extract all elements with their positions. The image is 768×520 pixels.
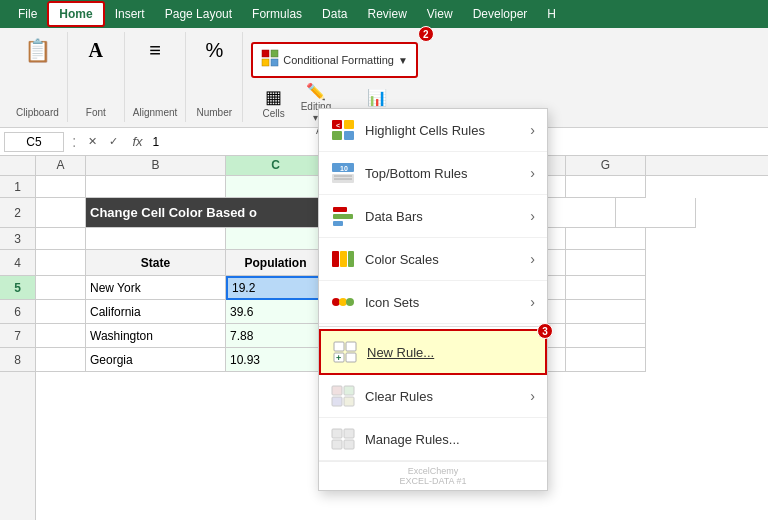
- conditional-formatting-button[interactable]: Conditional Formatting ▼: [251, 42, 418, 78]
- svg-point-20: [332, 298, 340, 306]
- svg-rect-33: [344, 429, 354, 438]
- cell-c5[interactable]: 19.2: [226, 276, 326, 300]
- cell-b8[interactable]: Georgia: [86, 348, 226, 372]
- iconsets-label: Icon Sets: [365, 295, 520, 310]
- svg-rect-14: [333, 207, 347, 212]
- cell-a2[interactable]: [36, 198, 86, 228]
- ribbon-group-font: A Font: [68, 32, 125, 122]
- clipboard-icon: 📋: [24, 40, 51, 62]
- menu-formulas[interactable]: Formulas: [242, 3, 312, 25]
- cell-g3[interactable]: [566, 228, 646, 250]
- col-header-c[interactable]: C: [226, 156, 326, 175]
- col-header-g[interactable]: G: [566, 156, 646, 175]
- cell-f2[interactable]: [536, 198, 616, 228]
- svg-rect-23: [334, 342, 344, 351]
- cell-a8[interactable]: [36, 348, 86, 372]
- ribbon-group-number: % Number: [186, 32, 243, 122]
- cell-a3[interactable]: [36, 228, 86, 250]
- clipboard-button[interactable]: 📋: [17, 36, 57, 66]
- col-header-b[interactable]: B: [86, 156, 226, 175]
- colorscales-icon: [331, 247, 355, 271]
- cell-g4[interactable]: [566, 250, 646, 276]
- svg-text:+: +: [336, 353, 341, 363]
- menu-insert[interactable]: Insert: [105, 3, 155, 25]
- cell-a6[interactable]: [36, 300, 86, 324]
- cell-b1[interactable]: [86, 176, 226, 198]
- cell-c3[interactable]: [226, 228, 326, 250]
- cell-reference-box[interactable]: [4, 132, 64, 152]
- cell-b6[interactable]: California: [86, 300, 226, 324]
- cell-a1[interactable]: [36, 176, 86, 198]
- newrule-badge: 3: [537, 323, 553, 339]
- dropdown-item-clearrules[interactable]: Clear Rules ›: [319, 375, 547, 418]
- cell-c8[interactable]: 10.93: [226, 348, 326, 372]
- row-num-5: 5: [0, 276, 35, 300]
- highlight-cells-arrow: ›: [530, 122, 535, 138]
- cell-b7[interactable]: Washington: [86, 324, 226, 348]
- cell-g8[interactable]: [566, 348, 646, 372]
- cell-b4[interactable]: State: [86, 250, 226, 276]
- cell-g5[interactable]: [566, 276, 646, 300]
- editing-icon: ✏️: [306, 82, 326, 101]
- number-icon: %: [205, 40, 223, 60]
- menu-review[interactable]: Review: [357, 3, 416, 25]
- menu-developer[interactable]: Developer: [463, 3, 538, 25]
- menu-page-layout[interactable]: Page Layout: [155, 3, 242, 25]
- dropdown-item-highlight-cells[interactable]: < Highlight Cells Rules ›: [319, 109, 547, 152]
- newrule-label: New Rule...: [367, 345, 533, 360]
- cell-g2[interactable]: [616, 198, 696, 228]
- alignment-button[interactable]: ≡: [135, 36, 175, 64]
- managerules-label: Manage Rules...: [365, 432, 535, 447]
- cell-b3[interactable]: [86, 228, 226, 250]
- dropdown-arrow-icon: ▼: [398, 55, 408, 66]
- svg-rect-15: [333, 214, 353, 219]
- number-label: Number: [196, 107, 232, 118]
- svg-rect-5: [344, 120, 354, 129]
- svg-point-22: [346, 298, 354, 306]
- conditional-formatting-icon: [261, 49, 279, 71]
- dropdown-item-topbottom[interactable]: 10 Top/Bottom Rules ›: [319, 152, 547, 195]
- menu-home[interactable]: Home: [47, 1, 104, 27]
- topbottom-label: Top/Bottom Rules: [365, 166, 520, 181]
- cell-g7[interactable]: [566, 324, 646, 348]
- cells-group: ▦ Cells: [262, 86, 284, 119]
- cell-a4[interactable]: [36, 250, 86, 276]
- highlight-cells-icon: <: [331, 118, 355, 142]
- font-button[interactable]: A: [76, 36, 116, 64]
- cell-c7[interactable]: 7.88: [226, 324, 326, 348]
- formula-bar-separator: :: [68, 133, 80, 151]
- svg-rect-3: [271, 59, 278, 66]
- row-numbers: 1 2 3 4 5 6 7 8: [0, 176, 36, 520]
- cell-b5[interactable]: New York: [86, 276, 226, 300]
- dropdown-item-iconsets[interactable]: Icon Sets ›: [319, 281, 547, 324]
- menu-view[interactable]: View: [417, 3, 463, 25]
- cell-c6[interactable]: 39.6: [226, 300, 326, 324]
- conditional-formatting-dropdown: < Highlight Cells Rules › 10 Top/Bottom …: [318, 108, 548, 491]
- svg-point-21: [339, 298, 347, 306]
- svg-rect-1: [271, 50, 278, 57]
- cell-a5[interactable]: [36, 276, 86, 300]
- formula-bar-x-icon: ✕: [84, 135, 101, 148]
- menu-file[interactable]: File: [8, 3, 47, 25]
- font-icon: A: [89, 40, 103, 60]
- menu-data[interactable]: Data: [312, 3, 357, 25]
- dropdown-item-colorscales[interactable]: Color Scales ›: [319, 238, 547, 281]
- menu-more[interactable]: H: [537, 3, 566, 25]
- number-button[interactable]: %: [194, 36, 234, 64]
- dropdown-item-managerules[interactable]: Manage Rules...: [319, 418, 547, 461]
- cell-c4[interactable]: Population: [226, 250, 326, 276]
- cell-g6[interactable]: [566, 300, 646, 324]
- cell-c1[interactable]: [226, 176, 326, 198]
- col-header-a[interactable]: A: [36, 156, 86, 175]
- dropdown-item-newrule[interactable]: + New Rule... 3: [319, 329, 547, 375]
- cell-a7[interactable]: [36, 324, 86, 348]
- clearrules-icon: [331, 384, 355, 408]
- svg-rect-29: [344, 386, 354, 395]
- dropdown-item-databars[interactable]: Data Bars ›: [319, 195, 547, 238]
- row-num-3: 3: [0, 228, 35, 250]
- watermark: ExcelChemyEXCEL-DATA #1: [319, 461, 547, 490]
- clearrules-label: Clear Rules: [365, 389, 520, 404]
- colorscales-label: Color Scales: [365, 252, 520, 267]
- cell-g1[interactable]: [566, 176, 646, 198]
- managerules-icon: [331, 427, 355, 451]
